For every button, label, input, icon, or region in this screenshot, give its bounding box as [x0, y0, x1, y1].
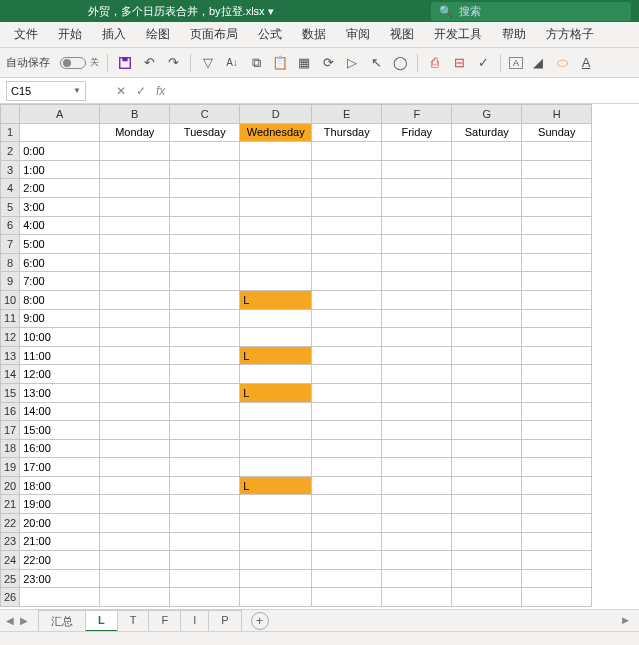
cell-A8[interactable]: 6:00 [20, 253, 100, 272]
cell-A12[interactable]: 10:00 [20, 328, 100, 347]
cell-F14[interactable] [382, 365, 452, 384]
cell-F21[interactable] [382, 495, 452, 514]
cell-C21[interactable] [170, 495, 240, 514]
cell-B13[interactable] [100, 346, 170, 365]
cell-H24[interactable] [522, 551, 592, 570]
cell-B4[interactable] [100, 179, 170, 198]
cell-A9[interactable]: 7:00 [20, 272, 100, 291]
row-header-21[interactable]: 21 [1, 495, 20, 514]
cell-H25[interactable] [522, 569, 592, 588]
cell-B21[interactable] [100, 495, 170, 514]
cell-E18[interactable] [312, 439, 382, 458]
cell-A24[interactable]: 22:00 [20, 551, 100, 570]
cell-B20[interactable] [100, 476, 170, 495]
ribbon-tab-11[interactable]: 方方格子 [536, 21, 604, 48]
cell-D4[interactable] [240, 179, 312, 198]
cell-F13[interactable] [382, 346, 452, 365]
cell-D24[interactable] [240, 551, 312, 570]
cell-F2[interactable] [382, 142, 452, 161]
fx-icon[interactable]: fx [156, 84, 165, 98]
cell-D3[interactable] [240, 160, 312, 179]
pointer-icon[interactable]: ▷ [343, 54, 361, 72]
cell-A19[interactable]: 17:00 [20, 458, 100, 477]
cell-A4[interactable]: 2:00 [20, 179, 100, 198]
copy-icon[interactable]: ⧉ [247, 54, 265, 72]
cell-F19[interactable] [382, 458, 452, 477]
cell-D23[interactable] [240, 532, 312, 551]
cell-D26[interactable] [240, 588, 312, 607]
cell-H8[interactable] [522, 253, 592, 272]
redo-icon[interactable]: ↷ [164, 54, 182, 72]
sheet-tab-L[interactable]: L [85, 610, 118, 632]
cell-F20[interactable] [382, 476, 452, 495]
autosave-toggle[interactable] [60, 57, 86, 69]
row-header-19[interactable]: 19 [1, 458, 20, 477]
cell-F17[interactable] [382, 421, 452, 440]
row-header-12[interactable]: 12 [1, 328, 20, 347]
cell-E20[interactable] [312, 476, 382, 495]
cell-C16[interactable] [170, 402, 240, 421]
cell-F25[interactable] [382, 569, 452, 588]
cell-H2[interactable] [522, 142, 592, 161]
cell-G21[interactable] [452, 495, 522, 514]
cell-C7[interactable] [170, 235, 240, 254]
ribbon-tab-8[interactable]: 视图 [380, 21, 424, 48]
row-header-16[interactable]: 16 [1, 402, 20, 421]
row-header-9[interactable]: 9 [1, 272, 20, 291]
row-header-1[interactable]: 1 [1, 123, 20, 142]
row-header-6[interactable]: 6 [1, 216, 20, 235]
fill-icon[interactable]: ◢ [529, 54, 547, 72]
save-icon[interactable] [116, 54, 134, 72]
cell-E16[interactable] [312, 402, 382, 421]
cell-G5[interactable] [452, 197, 522, 216]
cell-E2[interactable] [312, 142, 382, 161]
cell-D11[interactable] [240, 309, 312, 328]
cell-H1[interactable]: Sunday [522, 123, 592, 142]
textbox-icon[interactable]: A [509, 57, 523, 69]
cell-G26[interactable] [452, 588, 522, 607]
cell-B14[interactable] [100, 365, 170, 384]
cell-E9[interactable] [312, 272, 382, 291]
cell-B17[interactable] [100, 421, 170, 440]
cell-E5[interactable] [312, 197, 382, 216]
cell-B18[interactable] [100, 439, 170, 458]
cell-D1[interactable]: Wednesday [240, 123, 312, 142]
cell-F9[interactable] [382, 272, 452, 291]
cell-D19[interactable] [240, 458, 312, 477]
col-header-H[interactable]: H [522, 105, 592, 124]
cell-H17[interactable] [522, 421, 592, 440]
cell-C24[interactable] [170, 551, 240, 570]
cell-D16[interactable] [240, 402, 312, 421]
cell-F18[interactable] [382, 439, 452, 458]
cell-G24[interactable] [452, 551, 522, 570]
col-header-G[interactable]: G [452, 105, 522, 124]
cell-G13[interactable] [452, 346, 522, 365]
row-header-8[interactable]: 8 [1, 253, 20, 272]
row-header-4[interactable]: 4 [1, 179, 20, 198]
search-box[interactable]: 🔍 搜索 [431, 2, 631, 21]
cell-G9[interactable] [452, 272, 522, 291]
cell-F16[interactable] [382, 402, 452, 421]
cell-C22[interactable] [170, 514, 240, 533]
cell-E24[interactable] [312, 551, 382, 570]
confirm-icon[interactable]: ✓ [136, 84, 146, 98]
spell-icon[interactable]: ✓ [474, 54, 492, 72]
ribbon-tab-1[interactable]: 开始 [48, 21, 92, 48]
row-header-17[interactable]: 17 [1, 421, 20, 440]
filter-icon[interactable]: ▽ [199, 54, 217, 72]
cell-A7[interactable]: 5:00 [20, 235, 100, 254]
cell-D10[interactable]: L [240, 290, 312, 309]
cell-C15[interactable] [170, 383, 240, 402]
cell-D22[interactable] [240, 514, 312, 533]
cell-A22[interactable]: 20:00 [20, 514, 100, 533]
ribbon-tab-2[interactable]: 插入 [92, 21, 136, 48]
cell-E11[interactable] [312, 309, 382, 328]
cell-G7[interactable] [452, 235, 522, 254]
cell-F7[interactable] [382, 235, 452, 254]
cell-F1[interactable]: Friday [382, 123, 452, 142]
cell-H22[interactable] [522, 514, 592, 533]
cell-F24[interactable] [382, 551, 452, 570]
cell-H13[interactable] [522, 346, 592, 365]
cell-D13[interactable]: L [240, 346, 312, 365]
cell-C9[interactable] [170, 272, 240, 291]
